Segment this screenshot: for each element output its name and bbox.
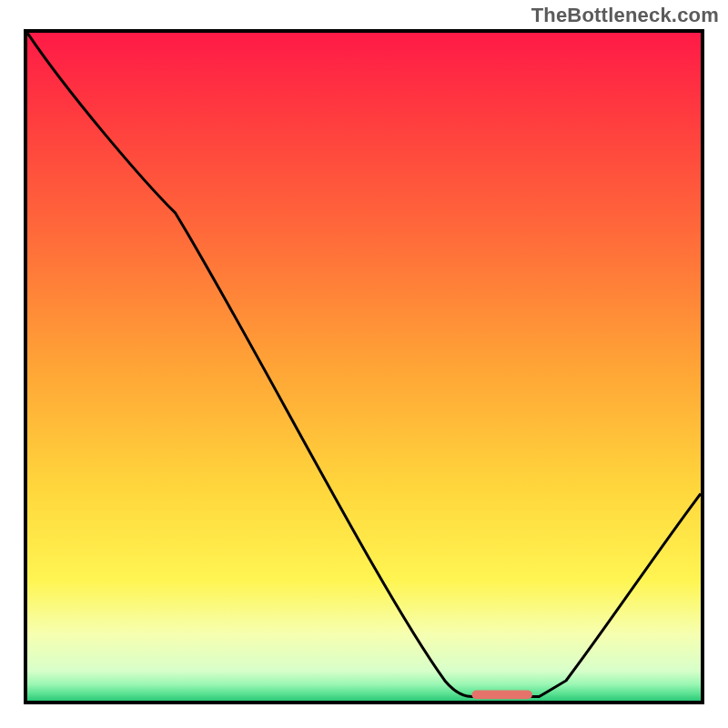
plot-area [27, 33, 701, 701]
watermark-text: TheBottleneck.com [531, 4, 719, 27]
chart-frame: TheBottleneck.com [0, 0, 728, 728]
chart-svg [27, 33, 701, 701]
optimal-range-marker [471, 691, 532, 700]
gradient-background [27, 33, 701, 701]
plot-border [24, 29, 704, 704]
